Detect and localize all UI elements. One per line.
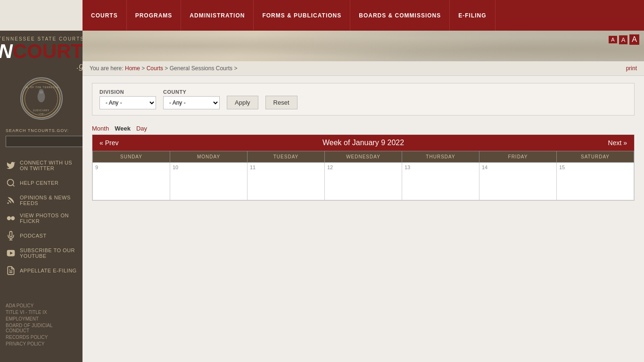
banner-pattern — [83, 31, 644, 61]
nav-programs[interactable]: PROGRAMS — [127, 0, 182, 31]
search-section: SEARCH TNCOURTS.GOV: Search — [0, 123, 83, 152]
help-icon — [6, 178, 16, 188]
seal: SEAL OF THE TENNESSEE JUDICIARY * 1796 * — [20, 77, 63, 120]
day-12: 12 — [325, 163, 402, 200]
breadcrumb-sep3: > — [234, 65, 237, 72]
search-input[interactable] — [6, 136, 83, 147]
youtube-label: SUBSCRIBE TO OUR YOUTUBE — [20, 247, 77, 259]
apply-button[interactable]: Apply — [227, 96, 258, 109]
sidebar-link-youtube[interactable]: SUBSCRIBE TO OUR YOUTUBE — [0, 244, 83, 262]
date-11: 11 — [250, 165, 322, 170]
content-area: DIVISION - Any - COUNTY - Any - Apply Re… — [83, 76, 644, 208]
svg-point-7 — [8, 180, 14, 186]
filter-form: DIVISION - Any - COUNTY - Any - Apply Re… — [92, 83, 635, 115]
logo-main: TN COURTS — [0, 41, 96, 61]
sidebar-link-flickr[interactable]: VIEW PHOTOS ON FLICKR — [0, 209, 83, 227]
prev-week-link[interactable]: « Prev — [99, 139, 118, 147]
date-13: 13 — [405, 165, 477, 170]
breadcrumb-bar: You are here: Home > Courts > General Se… — [83, 61, 644, 76]
help-label: HELP CENTER — [20, 180, 58, 186]
day-view-link[interactable]: Day — [136, 125, 147, 132]
breadcrumb-courts[interactable]: Courts — [147, 65, 163, 72]
nav-boards-commissions[interactable]: BOARDS & COMMISSIONS — [350, 0, 450, 31]
day-9: 9 — [93, 163, 170, 200]
day-14: 14 — [479, 163, 557, 200]
sidebar-links: CONNECT WITH US ON TWITTER HELP CENTER O… — [0, 152, 83, 284]
svg-text:JUDICIARY: JUDICIARY — [33, 109, 50, 112]
county-filter-group: COUNTY - Any - — [163, 89, 220, 109]
month-view-link[interactable]: Month — [92, 125, 109, 132]
footer-privacy[interactable]: PRIVACY POLICY — [6, 341, 77, 346]
division-filter-group: DIVISION - Any - — [99, 89, 156, 109]
breadcrumb-sep2: > — [165, 65, 169, 72]
main-content: A A A You are here: Home > Courts > Gene… — [83, 31, 644, 362]
week-view-link[interactable]: Week — [115, 125, 131, 132]
rss-label: OPINIONS & NEWS FEEDS — [20, 195, 77, 206]
date-15: 15 — [559, 165, 631, 170]
seal-svg: SEAL OF THE TENNESSEE JUDICIARY * 1796 * — [21, 79, 61, 119]
flickr-label: VIEW PHOTOS ON FLICKR — [20, 213, 77, 224]
sidebar-link-efiling[interactable]: APPELLATE E-FILING — [0, 262, 83, 279]
day-10: 10 — [170, 163, 248, 200]
svg-point-9 — [7, 216, 11, 220]
font-large-button[interactable]: A — [629, 34, 639, 45]
division-select[interactable]: - Any - — [99, 96, 156, 109]
font-small-button[interactable]: A — [609, 36, 617, 43]
sidebar: TENNESSEE STATE COURTS TN COURTS .gov SE… — [0, 31, 83, 362]
calendar-header: « Prev Week of January 9 2022 Next » — [92, 135, 634, 151]
top-navigation: COURTS PROGRAMS ADMINISTRATION FORMS & P… — [83, 0, 644, 31]
footer-ada[interactable]: ADA POLICY — [6, 303, 77, 308]
county-label: COUNTY — [163, 89, 220, 95]
county-select[interactable]: - Any - — [163, 96, 220, 109]
date-9: 9 — [95, 165, 167, 170]
calendar-header-row: SUNDAY MONDAY TUESDAY WEDNESDAY THURSDAY… — [93, 151, 634, 163]
svg-point-8 — [8, 202, 9, 204]
next-week-link[interactable]: Next » — [608, 139, 627, 147]
sidebar-link-twitter[interactable]: CONNECT WITH US ON TWITTER — [0, 156, 83, 174]
col-monday: MONDAY — [170, 151, 248, 163]
podcast-icon — [6, 230, 16, 241]
col-saturday: SATURDAY — [557, 151, 634, 163]
svg-point-6 — [39, 89, 44, 94]
logo-tn: TN — [0, 41, 13, 61]
sidebar-footer: ADA POLICY TITLE VI - TITLE IX EMPLOYMEN… — [0, 298, 83, 353]
footer-judicial-conduct[interactable]: BOARD OF JUDICIAL CONDUCT — [6, 323, 77, 333]
col-thursday: THURSDAY — [402, 151, 479, 163]
nav-courts[interactable]: COURTS — [83, 0, 127, 31]
date-12: 12 — [327, 165, 399, 170]
date-14: 14 — [482, 165, 554, 170]
page-wrapper: TENNESSEE STATE COURTS TN COURTS .gov SE… — [0, 31, 644, 362]
sidebar-link-help[interactable]: HELP CENTER — [0, 174, 83, 191]
print-link[interactable]: print — [626, 65, 637, 72]
calendar-view-controls: Month Week Day — [92, 125, 635, 132]
svg-point-10 — [11, 216, 15, 220]
calendar-week-row: 9 10 11 12 13 — [93, 163, 634, 200]
efiling-label: APPELLATE E-FILING — [20, 268, 77, 273]
footer-title-vi[interactable]: TITLE VI - TITLE IX — [6, 310, 77, 315]
twitter-label: CONNECT WITH US ON TWITTER — [20, 160, 77, 171]
calendar-table: SUNDAY MONDAY TUESDAY WEDNESDAY THURSDAY… — [92, 151, 634, 200]
nav-administration[interactable]: ADMINISTRATION — [181, 0, 254, 31]
font-medium-button[interactable]: A — [619, 35, 628, 44]
svg-text:SEAL OF THE TENNESSEE: SEAL OF THE TENNESSEE — [21, 86, 61, 89]
reset-button[interactable]: Reset — [265, 96, 297, 109]
rss-icon — [6, 195, 16, 206]
calendar: « Prev Week of January 9 2022 Next » SUN… — [92, 134, 635, 201]
sidebar-link-podcast[interactable]: PODCAST — [0, 227, 83, 244]
footer-employment[interactable]: EMPLOYMENT — [6, 316, 77, 321]
nav-forms-publications[interactable]: FORMS & PUBLICATIONS — [254, 0, 350, 31]
podcast-label: PODCAST — [20, 233, 47, 239]
col-tuesday: TUESDAY — [248, 151, 325, 163]
sidebar-link-rss[interactable]: OPINIONS & NEWS FEEDS — [0, 191, 83, 209]
day-13: 13 — [402, 163, 479, 200]
search-row: Search — [6, 136, 77, 147]
calendar-thead: SUNDAY MONDAY TUESDAY WEDNESDAY THURSDAY… — [93, 151, 634, 163]
week-title: Week of January 9 2022 — [322, 139, 404, 147]
font-size-controls: A A A — [609, 34, 639, 45]
col-sunday: SUNDAY — [93, 151, 170, 163]
breadcrumb-home[interactable]: Home — [125, 65, 140, 72]
footer-records[interactable]: RECORDS POLICY — [6, 335, 77, 340]
nav-efiling[interactable]: E-FILING — [450, 0, 495, 31]
banner: A A A — [83, 31, 644, 61]
day-15: 15 — [557, 163, 634, 200]
